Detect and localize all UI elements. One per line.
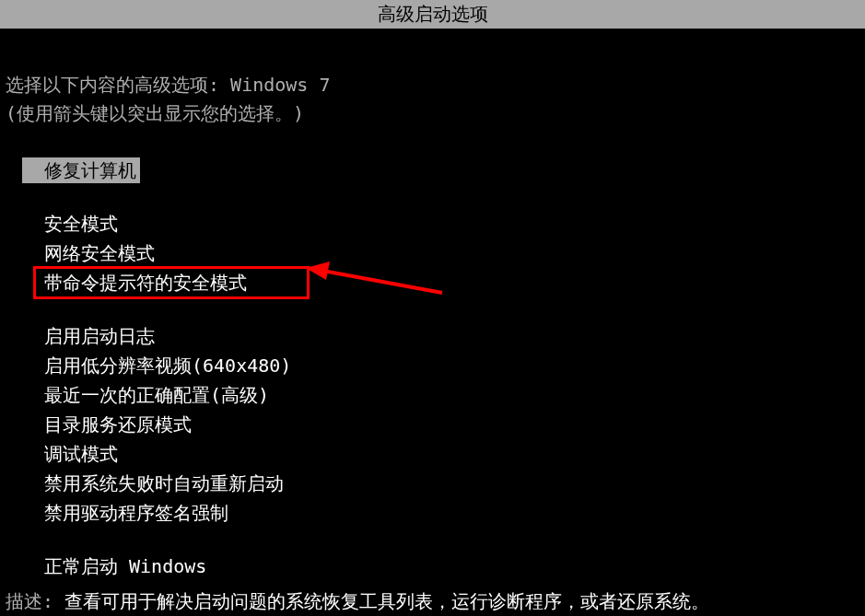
hint-line: (使用箭头键以突出显示您的选择。) [6, 101, 865, 126]
menu-item-low-res[interactable]: 启用低分辨率视频(640x480) [44, 353, 865, 378]
highlighted-item-wrapper: 带命令提示符的安全模式 [44, 270, 247, 299]
description-label: 描述: [6, 590, 64, 612]
intro-prefix: 选择以下内容的高级选项: [6, 74, 230, 96]
menu-item-safe-mode[interactable]: 安全模式 [44, 211, 865, 237]
menu-item-boot-log[interactable]: 启用启动日志 [44, 323, 865, 349]
menu-item-last-known[interactable]: 最近一次的正确配置(高级) [44, 382, 865, 408]
menu-item-disable-auto-restart[interactable]: 禁用系统失败时自动重新启动 [44, 471, 865, 496]
title-bar: 高级启动选项 [0, 0, 865, 29]
menu-item-ds-restore[interactable]: 目录服务还原模式 [44, 412, 865, 437]
menu-item-safe-mode-cmd[interactable]: 带命令提示符的安全模式 [44, 270, 247, 296]
description-text: 查看可用于解决启动问题的系统恢复工具列表，运行诊断程序，或者还原系统。 [64, 590, 709, 612]
menu-item-disable-driver-sig[interactable]: 禁用驱动程序签名强制 [44, 500, 865, 526]
menu-item-normal[interactable]: 正常启动 Windows [44, 553, 865, 579]
menu-item-repair-label: 修复计算机 [22, 157, 140, 183]
menu-item-safe-mode-network[interactable]: 网络安全模式 [44, 240, 865, 266]
menu-list: 修复计算机 安全模式 网络安全模式 带命令提示符的安全模式 启用启动日志 启用低… [6, 157, 865, 579]
os-name: Windows 7 [230, 74, 330, 96]
content-area: 选择以下内容的高级选项: Windows 7 (使用箭头键以突出显示您的选择。)… [0, 29, 865, 579]
intro-line: 选择以下内容的高级选项: Windows 7 [6, 73, 865, 98]
description-line: 描述: 查看可用于解决启动问题的系统恢复工具列表，运行诊断程序，或者还原系统。 [6, 589, 709, 614]
title-text: 高级启动选项 [378, 3, 488, 25]
menu-item-repair[interactable]: 修复计算机 [44, 157, 865, 187]
menu-item-debug[interactable]: 调试模式 [44, 441, 865, 467]
